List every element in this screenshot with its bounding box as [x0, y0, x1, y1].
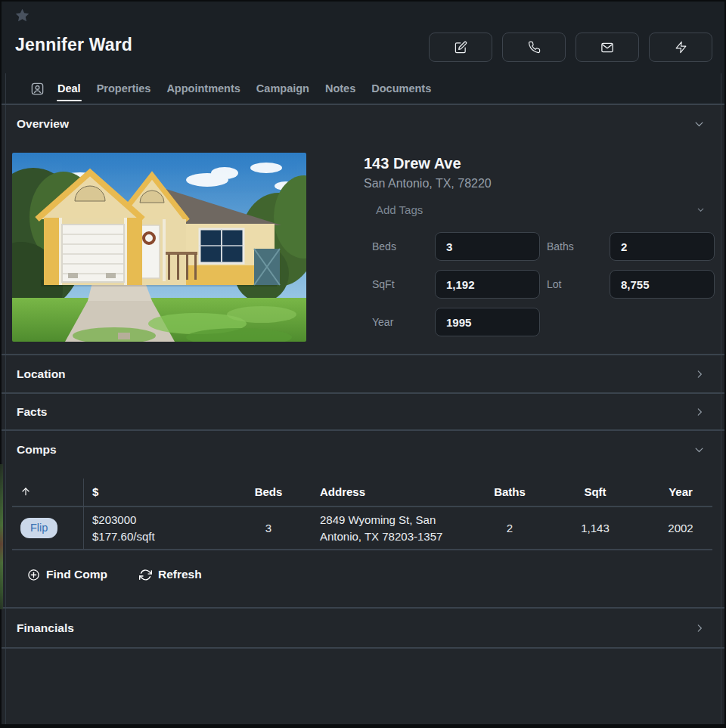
comp-tag-cell: Flip: [12, 518, 83, 538]
deal-panel: Jennifer Ward: [2, 2, 724, 724]
comp-year: 2002: [649, 520, 712, 536]
comps-table: $ Beds Address Baths Sqft Year Flip $203…: [12, 477, 712, 550]
panel-right-border: [721, 73, 721, 724]
email-button[interactable]: [576, 33, 639, 62]
tab-notes[interactable]: Notes: [324, 73, 356, 104]
year-label: Year: [372, 308, 433, 336]
edit-button[interactable]: [429, 33, 492, 62]
table-column-divider: [83, 479, 84, 549]
sqft-column-header[interactable]: Sqft: [541, 485, 649, 498]
chevron-down-icon: [693, 119, 705, 130]
beds-column-header[interactable]: Beds: [234, 485, 302, 498]
tab-bar: Deal Properties Appointments Campaign No…: [6, 73, 721, 104]
chevron-down-icon: [693, 445, 705, 456]
chevron-right-icon: [694, 623, 705, 634]
section-location-title: Location: [17, 367, 66, 381]
add-tags-placeholder: Add Tags: [376, 203, 423, 216]
comp-row[interactable]: Flip $203000 $177.60/sqft 3 2849 Wyoming…: [12, 507, 712, 550]
tab-deal[interactable]: Deal: [57, 73, 82, 104]
divider: [2, 647, 724, 649]
chevron-right-icon: [694, 407, 705, 417]
property-address: 143 Drew Ave: [364, 155, 461, 172]
chevron-down-icon: [697, 206, 705, 214]
contact-card-icon[interactable]: [30, 82, 45, 96]
phone-icon: [528, 41, 541, 54]
comp-sqft: 1,143: [541, 520, 649, 536]
beds-input[interactable]: [435, 232, 540, 261]
find-comp-button[interactable]: Find Comp: [27, 568, 107, 581]
comp-price-cell: $203000 $177.60/sqft: [83, 512, 234, 544]
compose-icon: [455, 41, 467, 54]
comp-baths: 2: [478, 520, 541, 536]
add-tags-select[interactable]: Add Tags: [364, 197, 712, 222]
comp-beds: 3: [234, 520, 302, 536]
lot-input[interactable]: [610, 270, 715, 299]
section-overview[interactable]: Overview: [6, 106, 721, 142]
plus-circle-icon: [27, 568, 40, 581]
section-facts[interactable]: Facts: [6, 395, 721, 429]
tab-documents[interactable]: Documents: [371, 73, 432, 104]
sqft-label: SqFt: [372, 270, 433, 299]
flip-badge: Flip: [20, 518, 57, 538]
divider: [2, 429, 724, 431]
contact-name: Jennifer Ward: [15, 35, 132, 55]
section-overview-title: Overview: [17, 117, 69, 131]
property-city-line: San Antonio, TX, 78220: [364, 177, 492, 191]
divider: [2, 354, 724, 355]
tab-properties[interactable]: Properties: [96, 73, 152, 104]
tab-campaign[interactable]: Campaign: [256, 73, 310, 104]
property-photo: [12, 153, 306, 342]
find-comp-label: Find Comp: [46, 568, 107, 581]
section-comps[interactable]: Comps: [6, 432, 721, 468]
comps-table-header: $ Beds Address Baths Sqft Year: [12, 477, 712, 507]
section-financials[interactable]: Financials: [6, 609, 721, 647]
divider: [2, 104, 724, 105]
chevron-right-icon: [694, 369, 705, 379]
tab-appointments[interactable]: Appointments: [166, 73, 240, 104]
lot-label: Lot: [547, 270, 607, 299]
beds-label: Beds: [372, 232, 433, 261]
divider: [2, 607, 724, 609]
star-icon: [15, 8, 29, 23]
favorite-star-icon[interactable]: [14, 8, 29, 23]
divider: [2, 392, 724, 394]
section-location[interactable]: Location: [6, 356, 721, 392]
call-button[interactable]: [502, 33, 566, 62]
section-comps-title: Comps: [17, 443, 57, 457]
baths-label: Baths: [547, 232, 607, 261]
baths-column-header[interactable]: Baths: [478, 485, 541, 498]
quick-actions-button[interactable]: [649, 33, 712, 62]
tab-list: Deal Properties Appointments Campaign No…: [57, 73, 432, 104]
comp-price: $203000: [92, 512, 234, 528]
price-column-header[interactable]: $: [83, 485, 234, 498]
refresh-icon: [139, 568, 152, 581]
arrow-up-icon: [20, 486, 31, 497]
sqft-input[interactable]: [435, 270, 540, 299]
year-column-header[interactable]: Year: [649, 485, 712, 498]
sort-column-header[interactable]: [12, 486, 83, 497]
lightning-icon: [675, 41, 687, 54]
contact-action-bar: [429, 33, 712, 62]
mail-icon: [600, 41, 614, 54]
comp-price-per-sqft: $177.60/sqft: [92, 528, 234, 544]
screen-edge-artifact: [0, 464, 3, 609]
refresh-label: Refresh: [158, 568, 202, 581]
section-facts-title: Facts: [17, 405, 48, 419]
refresh-button[interactable]: Refresh: [139, 568, 202, 581]
year-input[interactable]: [435, 308, 540, 336]
comp-address: 2849 Wyoming St, San Antonio, TX 78203-1…: [302, 512, 478, 544]
section-financials-title: Financials: [17, 621, 74, 635]
address-column-header[interactable]: Address: [302, 485, 478, 498]
comps-actions: Find Comp Refresh: [27, 568, 202, 581]
baths-input[interactable]: [610, 232, 715, 261]
